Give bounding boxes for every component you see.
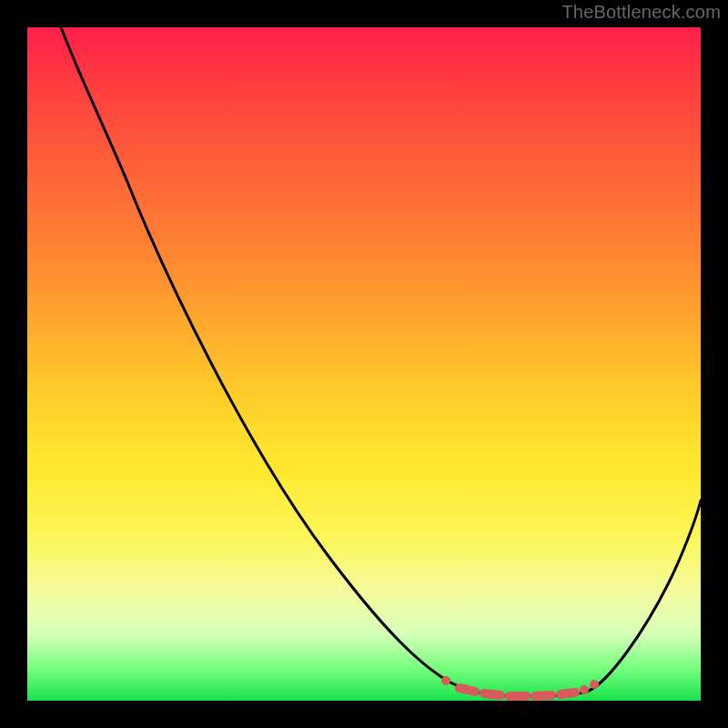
chart-frame: TheBottleneck.com <box>0 0 728 728</box>
curve-path <box>61 27 701 696</box>
highlight-dashes <box>441 676 599 696</box>
plot-area <box>27 27 701 701</box>
svg-point-2 <box>590 680 599 689</box>
svg-point-0 <box>441 676 450 685</box>
watermark-text: TheBottleneck.com <box>561 2 721 23</box>
bottleneck-curve <box>27 27 701 701</box>
svg-point-1 <box>580 685 589 694</box>
